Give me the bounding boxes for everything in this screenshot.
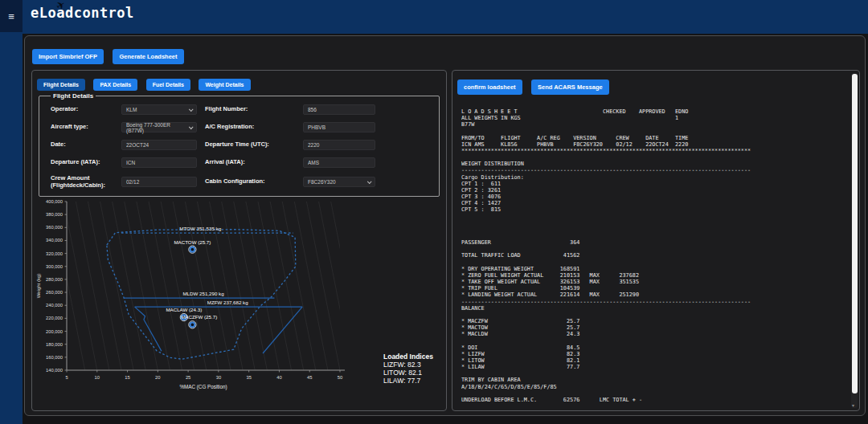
aircraft-type-select[interactable]: Boeing 777-300ER (B77W) <box>121 122 197 132</box>
svg-text:360,000: 360,000 <box>46 225 63 230</box>
flight-number-input[interactable] <box>303 104 375 115</box>
svg-text:15: 15 <box>125 375 129 380</box>
tab-weight-details[interactable]: Weight Details <box>199 79 250 91</box>
svg-text:340,000: 340,000 <box>46 238 63 243</box>
cabin-configuration-label: Cabin Configuration: <box>205 178 295 186</box>
svg-text:180,000: 180,000 <box>46 342 63 347</box>
app-logo: ✈ eLoadcontrol <box>31 5 134 21</box>
svg-text:MACLAW (24.3): MACLAW (24.3) <box>166 307 202 312</box>
departure-iata-label: Departure (IATA): <box>51 159 113 166</box>
chevron-down-icon <box>367 179 372 184</box>
flight-details-form: Operator: KLM Flight Number: Aircraft ty… <box>51 104 431 189</box>
aircraft-type-value: Boeing 777-300ER (B77W) <box>126 122 189 133</box>
svg-text:140,000: 140,000 <box>46 368 63 373</box>
loadsheet-scrollbar: ▾ <box>851 73 858 408</box>
tab-fuel-details[interactable]: Fuel Details <box>146 79 190 91</box>
loaded-indices: Loaded Indices LIZFW: 82.3 LITOW: 82.1 L… <box>383 353 433 385</box>
scrollbar-down-arrow[interactable]: ▾ <box>852 402 854 408</box>
lilaw-value: LILAW: 77.7 <box>383 377 433 385</box>
operator-label: Operator: <box>51 106 113 113</box>
litow-value: LITOW: 82.1 <box>383 369 433 377</box>
svg-text:200,000: 200,000 <box>46 329 63 334</box>
svg-text:5: 5 <box>65 375 68 380</box>
flight-details-fieldset: Flight Details Operator: KLM Flight Numb… <box>39 92 440 197</box>
hamburger-icon: ≡ <box>8 10 14 22</box>
date-input[interactable] <box>121 140 197 150</box>
operator-select[interactable]: KLM <box>121 104 197 115</box>
date-label: Date: <box>51 141 113 149</box>
operator-value: KLM <box>126 107 137 112</box>
main-card: Import Simbrief OFP Generate Loadsheet F… <box>24 35 866 416</box>
ac-registration-label: A/C Registration: <box>205 124 295 131</box>
send-acars-button[interactable]: Send ACARS Message <box>531 80 609 95</box>
tab-pax-details[interactable]: PAX Details <box>93 79 137 91</box>
cabin-configuration-value: F8C26Y320 <box>308 179 336 185</box>
svg-text:240,000: 240,000 <box>46 303 63 308</box>
svg-text:40: 40 <box>276 375 281 380</box>
svg-text:300,000: 300,000 <box>46 264 63 269</box>
svg-text:25: 25 <box>186 375 190 380</box>
departure-time-label: Departure Time (UTC): <box>205 141 295 149</box>
departure-iata-input[interactable] <box>121 157 197 168</box>
arrival-iata-label: Arrival (IATA): <box>205 159 295 166</box>
ac-registration-input[interactable] <box>303 122 375 132</box>
aircraft-type-label: Aircraft type: <box>51 124 113 131</box>
confirm-loadsheet-button[interactable]: confirm loadsheet <box>457 80 522 95</box>
top-header: ✈ eLoadcontrol <box>23 0 868 34</box>
details-tabs: Flight Details PAX Details Fuel Details … <box>37 75 256 91</box>
svg-text:380,000: 380,000 <box>46 212 63 217</box>
svg-text:260,000: 260,000 <box>46 290 63 295</box>
lizfw-value: LIZFW: 82.3 <box>383 361 433 369</box>
svg-text:160,000: 160,000 <box>46 355 63 360</box>
cabin-configuration-select[interactable]: F8C26Y320 <box>303 177 375 187</box>
loadsheet-panel: confirm loadsheet Send ACARS Message L O… <box>452 70 860 411</box>
menu-button[interactable]: ≡ <box>0 0 23 32</box>
sidebar: ≡ <box>0 0 23 424</box>
svg-text:280,000: 280,000 <box>46 277 63 282</box>
import-simbrief-button[interactable]: Import Simbrief OFP <box>32 49 104 64</box>
crew-amount-input[interactable] <box>121 177 197 187</box>
svg-text:220,000: 220,000 <box>46 316 63 320</box>
loadsheet-text: L O A D S H E E T CHECKED APPROVED EDNO … <box>461 108 845 403</box>
crew-amount-label: Crew Amount (Flightdeck/Cabin): <box>51 175 113 189</box>
svg-text:MZFW 237,682 kg: MZFW 237,682 kg <box>207 300 248 305</box>
loadsheet-toolbar: confirm loadsheet Send ACARS Message <box>457 78 615 95</box>
svg-text:30: 30 <box>216 375 221 380</box>
svg-text:45: 45 <box>307 375 312 380</box>
svg-text:Weight (kg): Weight (kg) <box>36 274 41 299</box>
generate-loadsheet-button[interactable]: Generate Loadsheet <box>113 49 183 64</box>
flight-details-panel: Flight Details PAX Details Fuel Details … <box>31 70 447 411</box>
chevron-down-icon <box>189 124 194 129</box>
svg-text:320,000: 320,000 <box>46 251 63 256</box>
flight-number-label: Flight Number: <box>205 106 295 113</box>
loaded-indices-title: Loaded Indices <box>383 353 433 361</box>
svg-text:MACTOW (25.7): MACTOW (25.7) <box>174 239 211 245</box>
svg-text:%MAC (CG Position): %MAC (CG Position) <box>179 384 227 390</box>
scrollbar-thumb[interactable] <box>852 74 858 393</box>
main-toolbar: Import Simbrief OFP Generate Loadsheet <box>32 47 190 64</box>
eloadcontrol-app: ≡ ✈ eLoadcontrol Import Simbrief OFP Gen… <box>0 0 868 424</box>
svg-text:10: 10 <box>95 375 100 380</box>
tab-flight-details[interactable]: Flight Details <box>37 79 85 91</box>
svg-text:MTOW 351,535 kg: MTOW 351,535 kg <box>179 226 221 231</box>
svg-text:50: 50 <box>338 375 342 380</box>
app-title: eLoadcontrol <box>31 5 134 21</box>
svg-text:MLDW 251,290 kg: MLDW 251,290 kg <box>182 291 224 296</box>
arrival-iata-input[interactable] <box>303 157 375 168</box>
chevron-down-icon <box>189 107 194 112</box>
svg-text:400,000: 400,000 <box>46 199 63 204</box>
svg-text:MACZFW (25.7): MACZFW (25.7) <box>181 314 217 320</box>
svg-text:20: 20 <box>155 375 160 380</box>
svg-text:35: 35 <box>246 375 251 380</box>
departure-time-input[interactable] <box>303 140 375 150</box>
fieldset-legend: Flight Details <box>51 92 96 100</box>
